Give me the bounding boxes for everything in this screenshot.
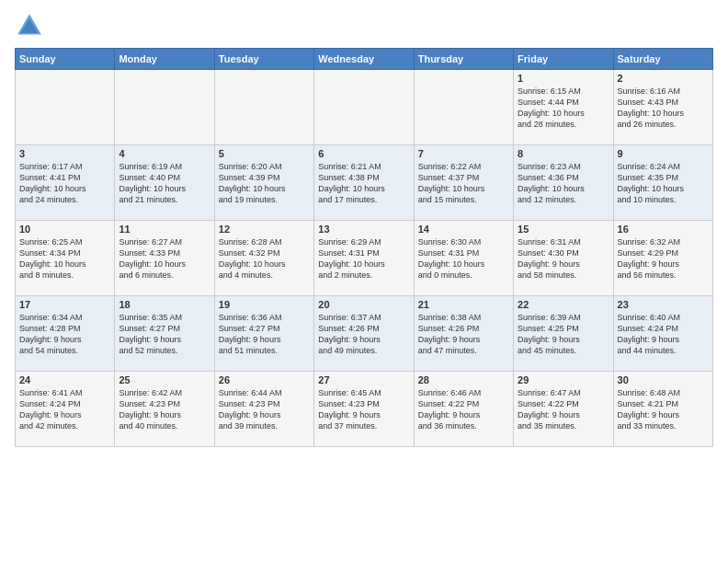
- day-number: 3: [19, 148, 110, 159]
- calendar-body: 1Sunrise: 6:15 AM Sunset: 4:44 PM Daylig…: [16, 70, 713, 447]
- day-info: Sunrise: 6:25 AM Sunset: 4:34 PM Dayligh…: [19, 236, 110, 282]
- calendar-cell: 22Sunrise: 6:39 AM Sunset: 4:25 PM Dayli…: [514, 296, 613, 372]
- calendar-cell: 11Sunrise: 6:27 AM Sunset: 4:33 PM Dayli…: [115, 221, 214, 296]
- day-number: 1: [518, 73, 609, 84]
- col-header-sunday: Sunday: [16, 49, 115, 70]
- calendar-week-1: 1Sunrise: 6:15 AM Sunset: 4:44 PM Daylig…: [16, 70, 713, 145]
- day-info: Sunrise: 6:34 AM Sunset: 4:28 PM Dayligh…: [19, 312, 110, 357]
- calendar-cell: 25Sunrise: 6:42 AM Sunset: 4:23 PM Dayli…: [115, 372, 214, 447]
- calendar-week-2: 3Sunrise: 6:17 AM Sunset: 4:41 PM Daylig…: [16, 145, 713, 221]
- day-number: 28: [418, 374, 509, 385]
- day-number: 20: [318, 299, 409, 310]
- day-info: Sunrise: 6:45 AM Sunset: 4:23 PM Dayligh…: [318, 387, 409, 432]
- day-info: Sunrise: 6:37 AM Sunset: 4:26 PM Dayligh…: [318, 312, 409, 357]
- day-number: 8: [518, 148, 609, 159]
- calendar-cell: 8Sunrise: 6:23 AM Sunset: 4:36 PM Daylig…: [514, 145, 613, 221]
- calendar-table: SundayMondayTuesdayWednesdayThursdayFrid…: [15, 48, 713, 447]
- col-header-saturday: Saturday: [613, 49, 712, 70]
- day-number: 6: [318, 148, 409, 159]
- day-number: 18: [119, 299, 210, 310]
- calendar-cell: [414, 70, 513, 145]
- day-info: Sunrise: 6:36 AM Sunset: 4:27 PM Dayligh…: [219, 312, 310, 357]
- calendar-cell: 7Sunrise: 6:22 AM Sunset: 4:37 PM Daylig…: [414, 145, 513, 221]
- day-info: Sunrise: 6:40 AM Sunset: 4:24 PM Dayligh…: [618, 312, 709, 357]
- calendar-cell: 27Sunrise: 6:45 AM Sunset: 4:23 PM Dayli…: [314, 372, 414, 447]
- day-info: Sunrise: 6:15 AM Sunset: 4:44 PM Dayligh…: [518, 86, 609, 131]
- calendar-cell: 24Sunrise: 6:41 AM Sunset: 4:24 PM Dayli…: [16, 372, 115, 447]
- calendar-week-3: 10Sunrise: 6:25 AM Sunset: 4:34 PM Dayli…: [16, 221, 713, 296]
- calendar-cell: 26Sunrise: 6:44 AM Sunset: 4:23 PM Dayli…: [214, 372, 313, 447]
- day-info: Sunrise: 6:22 AM Sunset: 4:37 PM Dayligh…: [418, 161, 509, 206]
- day-number: 15: [518, 224, 609, 235]
- col-header-friday: Friday: [514, 49, 613, 70]
- day-number: 29: [518, 374, 609, 385]
- day-info: Sunrise: 6:24 AM Sunset: 4:35 PM Dayligh…: [618, 161, 709, 206]
- day-info: Sunrise: 6:27 AM Sunset: 4:33 PM Dayligh…: [119, 236, 210, 282]
- day-number: 24: [19, 374, 110, 385]
- calendar-cell: 9Sunrise: 6:24 AM Sunset: 4:35 PM Daylig…: [613, 145, 712, 221]
- day-info: Sunrise: 6:41 AM Sunset: 4:24 PM Dayligh…: [19, 387, 110, 432]
- logo: [15, 11, 48, 40]
- calendar-cell: 2Sunrise: 6:16 AM Sunset: 4:43 PM Daylig…: [613, 70, 712, 145]
- day-info: Sunrise: 6:20 AM Sunset: 4:39 PM Dayligh…: [219, 161, 310, 206]
- day-info: Sunrise: 6:16 AM Sunset: 4:43 PM Dayligh…: [618, 86, 709, 131]
- calendar-cell: 19Sunrise: 6:36 AM Sunset: 4:27 PM Dayli…: [214, 296, 313, 372]
- calendar-header: SundayMondayTuesdayWednesdayThursdayFrid…: [16, 49, 713, 70]
- calendar-cell: 21Sunrise: 6:38 AM Sunset: 4:26 PM Dayli…: [414, 296, 513, 372]
- day-info: Sunrise: 6:38 AM Sunset: 4:26 PM Dayligh…: [418, 312, 509, 357]
- day-info: Sunrise: 6:35 AM Sunset: 4:27 PM Dayligh…: [119, 312, 210, 357]
- day-number: 9: [618, 148, 709, 159]
- calendar-cell: 16Sunrise: 6:32 AM Sunset: 4:29 PM Dayli…: [613, 221, 712, 296]
- calendar-cell: 14Sunrise: 6:30 AM Sunset: 4:31 PM Dayli…: [414, 221, 513, 296]
- calendar-cell: 30Sunrise: 6:48 AM Sunset: 4:21 PM Dayli…: [613, 372, 712, 447]
- day-number: 22: [518, 299, 609, 310]
- day-info: Sunrise: 6:31 AM Sunset: 4:30 PM Dayligh…: [518, 236, 609, 282]
- day-info: Sunrise: 6:30 AM Sunset: 4:31 PM Dayligh…: [418, 236, 509, 282]
- day-info: Sunrise: 6:23 AM Sunset: 4:36 PM Dayligh…: [518, 161, 609, 206]
- day-number: 7: [418, 148, 509, 159]
- day-number: 25: [119, 374, 210, 385]
- day-number: 21: [418, 299, 509, 310]
- day-number: 5: [219, 148, 310, 159]
- calendar-cell: 1Sunrise: 6:15 AM Sunset: 4:44 PM Daylig…: [514, 70, 613, 145]
- day-number: 17: [19, 299, 110, 310]
- day-info: Sunrise: 6:32 AM Sunset: 4:29 PM Dayligh…: [618, 236, 709, 282]
- calendar-week-5: 24Sunrise: 6:41 AM Sunset: 4:24 PM Dayli…: [16, 372, 713, 447]
- day-number: 12: [219, 224, 310, 235]
- day-number: 10: [19, 224, 110, 235]
- day-number: 23: [618, 299, 709, 310]
- header: [15, 11, 713, 40]
- day-info: Sunrise: 6:19 AM Sunset: 4:40 PM Dayligh…: [119, 161, 210, 206]
- day-info: Sunrise: 6:48 AM Sunset: 4:21 PM Dayligh…: [618, 387, 709, 432]
- calendar-cell: 17Sunrise: 6:34 AM Sunset: 4:28 PM Dayli…: [16, 296, 115, 372]
- calendar-cell: 28Sunrise: 6:46 AM Sunset: 4:22 PM Dayli…: [414, 372, 513, 447]
- calendar-cell: 29Sunrise: 6:47 AM Sunset: 4:22 PM Dayli…: [514, 372, 613, 447]
- calendar-cell: 13Sunrise: 6:29 AM Sunset: 4:31 PM Dayli…: [314, 221, 414, 296]
- calendar-cell: 20Sunrise: 6:37 AM Sunset: 4:26 PM Dayli…: [314, 296, 414, 372]
- day-info: Sunrise: 6:17 AM Sunset: 4:41 PM Dayligh…: [19, 161, 110, 206]
- calendar-cell: 15Sunrise: 6:31 AM Sunset: 4:30 PM Dayli…: [514, 221, 613, 296]
- col-header-thursday: Thursday: [414, 49, 513, 70]
- calendar-cell: 3Sunrise: 6:17 AM Sunset: 4:41 PM Daylig…: [16, 145, 115, 221]
- calendar-cell: 23Sunrise: 6:40 AM Sunset: 4:24 PM Dayli…: [613, 296, 712, 372]
- col-header-wednesday: Wednesday: [314, 49, 414, 70]
- day-number: 14: [418, 224, 509, 235]
- day-number: 11: [119, 224, 210, 235]
- day-number: 13: [318, 224, 409, 235]
- day-info: Sunrise: 6:29 AM Sunset: 4:31 PM Dayligh…: [318, 236, 409, 282]
- day-info: Sunrise: 6:21 AM Sunset: 4:38 PM Dayligh…: [318, 161, 409, 206]
- day-number: 4: [119, 148, 210, 159]
- calendar-cell: 18Sunrise: 6:35 AM Sunset: 4:27 PM Dayli…: [115, 296, 214, 372]
- day-info: Sunrise: 6:46 AM Sunset: 4:22 PM Dayligh…: [418, 387, 509, 432]
- day-number: 16: [618, 224, 709, 235]
- calendar-cell: 6Sunrise: 6:21 AM Sunset: 4:38 PM Daylig…: [314, 145, 414, 221]
- col-header-monday: Monday: [115, 49, 214, 70]
- day-info: Sunrise: 6:39 AM Sunset: 4:25 PM Dayligh…: [518, 312, 609, 357]
- day-info: Sunrise: 6:44 AM Sunset: 4:23 PM Dayligh…: [219, 387, 310, 432]
- day-number: 30: [618, 374, 709, 385]
- calendar-cell: [214, 70, 313, 145]
- day-info: Sunrise: 6:28 AM Sunset: 4:32 PM Dayligh…: [219, 236, 310, 282]
- calendar-cell: 10Sunrise: 6:25 AM Sunset: 4:34 PM Dayli…: [16, 221, 115, 296]
- day-info: Sunrise: 6:42 AM Sunset: 4:23 PM Dayligh…: [119, 387, 210, 432]
- calendar-week-4: 17Sunrise: 6:34 AM Sunset: 4:28 PM Dayli…: [16, 296, 713, 372]
